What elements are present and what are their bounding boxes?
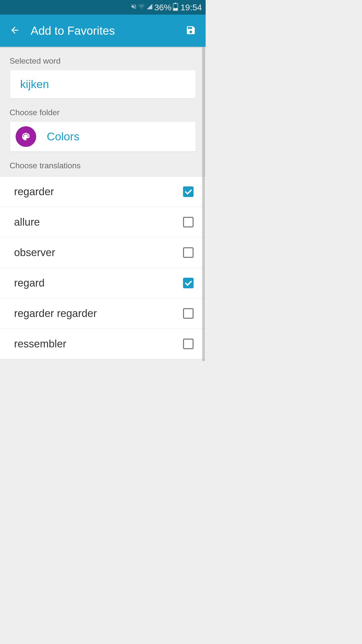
translation-item[interactable]: regarder [0, 177, 206, 207]
translation-text: observer [14, 247, 55, 259]
battery-charging-icon [173, 3, 178, 12]
translation-text: regarder regarder [14, 307, 97, 319]
translation-text: regarder [14, 186, 54, 198]
status-bar: 36% 19:54 [0, 0, 206, 15]
choose-folder-label: Choose folder [0, 98, 206, 122]
scroll-indicator[interactable] [202, 47, 205, 361]
translation-checkbox[interactable] [183, 247, 194, 258]
translation-text: allure [14, 216, 40, 228]
translation-checkbox[interactable] [183, 308, 194, 319]
translation-checkbox[interactable] [183, 278, 194, 288]
translation-item[interactable]: observer [0, 237, 206, 268]
back-arrow-icon[interactable] [10, 25, 20, 36]
status-time: 19:54 [180, 3, 202, 12]
signal-icon [146, 3, 153, 11]
content-area: Selected word kijken Choose folder Color… [0, 47, 206, 359]
selected-word-label: Selected word [0, 47, 206, 70]
page-title: Add to Favorites [31, 24, 186, 37]
translation-item[interactable]: ressembler [0, 329, 206, 359]
folder-name-value: Colors [47, 130, 79, 143]
mute-icon [131, 4, 137, 11]
wifi-icon [138, 3, 145, 11]
palette-icon [16, 126, 36, 147]
choose-translations-label: Choose translations [0, 153, 206, 176]
translation-item[interactable]: regarder regarder [0, 298, 206, 329]
translation-item[interactable]: regard [0, 268, 206, 298]
svg-rect-1 [175, 3, 176, 4]
battery-percentage: 36% [154, 3, 171, 12]
translation-checkbox[interactable] [183, 186, 194, 197]
translation-text: regard [14, 277, 44, 289]
selected-word-card[interactable]: kijken [10, 70, 196, 98]
translation-item[interactable]: allure [0, 207, 206, 237]
app-bar: Add to Favorites [0, 15, 206, 47]
translation-text: ressembler [14, 338, 66, 350]
selected-word-value: kijken [20, 78, 49, 91]
translation-list: regarderallureobserverregardregarder reg… [0, 176, 206, 359]
translation-checkbox[interactable] [183, 339, 194, 349]
translation-checkbox[interactable] [183, 217, 194, 227]
folder-selector[interactable]: Colors [10, 122, 196, 151]
status-icons: 36% 19:54 [131, 3, 202, 12]
save-icon[interactable] [186, 25, 196, 36]
